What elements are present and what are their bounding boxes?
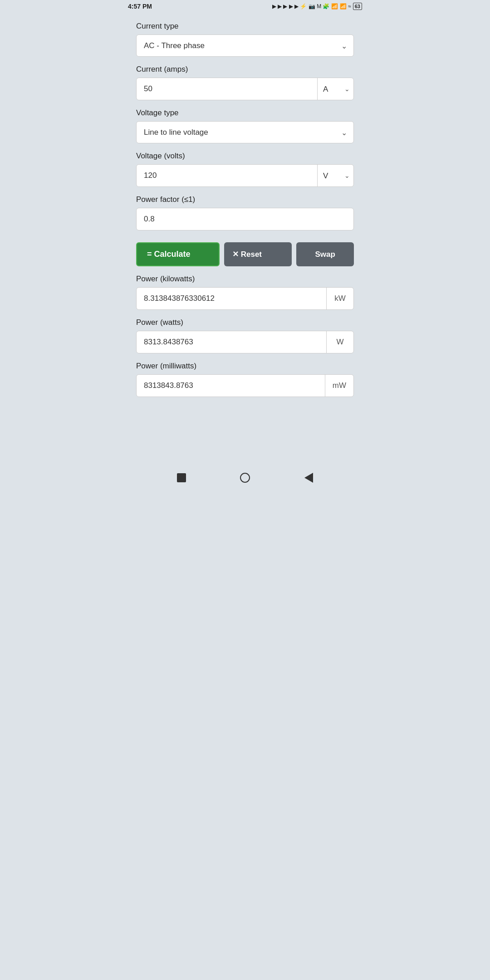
nav-square-icon xyxy=(177,473,186,482)
power-factor-input-wrapper xyxy=(136,208,354,230)
power-kw-label: Power (kilowatts) xyxy=(136,274,354,284)
current-type-select[interactable]: AC - Three phase AC - Single phase DC xyxy=(137,35,353,56)
current-type-group: Current type AC - Three phase AC - Singl… xyxy=(136,22,354,57)
power-mw-value: 8313843.8763 xyxy=(137,375,325,397)
voltage-type-select[interactable]: Line to line voltage Line to neutral vol… xyxy=(137,122,353,143)
nav-circle-icon xyxy=(240,473,250,483)
power-mw-result-row: 8313843.8763 mW xyxy=(136,374,354,397)
current-amps-label: Current (amps) xyxy=(136,65,354,74)
swap-button[interactable]: Swap xyxy=(296,242,354,266)
power-mw-label: Power (milliwatts) xyxy=(136,362,354,371)
power-kw-group: Power (kilowatts) 8.313843876330612 kW xyxy=(136,274,354,310)
voltage-volts-unit-select[interactable]: V mV kV xyxy=(318,165,353,186)
button-row: = Calculate ✕ Reset Swap xyxy=(136,242,354,266)
nav-bar xyxy=(122,466,368,490)
current-type-select-wrapper: AC - Three phase AC - Single phase DC ⌄ xyxy=(136,34,354,57)
status-bar: 4:57 PM ▶ ▶ ▶ ▶ ▶ ⚡ 📷 M 🧩 📶 📶 ≈ 63 xyxy=(122,0,368,13)
voltage-volts-group: Voltage (volts) V mV kV ⌄ xyxy=(136,152,354,187)
voltage-volts-input[interactable] xyxy=(137,165,317,186)
main-content: Current type AC - Three phase AC - Singl… xyxy=(122,13,368,466)
power-kw-result-row: 8.313843876330612 kW xyxy=(136,287,354,310)
nav-back-button[interactable] xyxy=(299,469,318,487)
reset-button[interactable]: ✕ Reset xyxy=(224,242,292,266)
current-amps-group: Current (amps) A mA kA ⌄ xyxy=(136,65,354,100)
voltage-volts-label: Voltage (volts) xyxy=(136,152,354,161)
current-amps-unit-wrapper: A mA kA ⌄ xyxy=(317,78,353,100)
nav-home-button[interactable] xyxy=(236,469,254,487)
power-w-unit: W xyxy=(326,331,353,353)
power-w-label: Power (watts) xyxy=(136,318,354,327)
power-w-value: 8313.8438763 xyxy=(137,331,326,353)
nav-square-button[interactable] xyxy=(172,469,191,487)
power-kw-value: 8.313843876330612 xyxy=(137,288,326,309)
nav-triangle-icon xyxy=(304,473,313,483)
power-mw-group: Power (milliwatts) 8313843.8763 mW xyxy=(136,362,354,397)
status-right: ▶ ▶ ▶ ▶ ▶ ⚡ 📷 M 🧩 📶 📶 ≈ 63 xyxy=(272,3,362,10)
signal-icons: 📶 📶 ≈ xyxy=(331,3,351,10)
power-w-group: Power (watts) 8313.8438763 W xyxy=(136,318,354,353)
voltage-type-select-wrapper: Line to line voltage Line to neutral vol… xyxy=(136,121,354,143)
voltage-volts-input-row: V mV kV ⌄ xyxy=(136,164,354,187)
power-factor-label: Power factor (≤1) xyxy=(136,195,354,204)
power-mw-unit: mW xyxy=(325,375,353,397)
current-type-label: Current type xyxy=(136,22,354,31)
power-factor-input[interactable] xyxy=(137,208,353,230)
current-amps-input-row: A mA kA ⌄ xyxy=(136,78,354,100)
media-icons: ▶ ▶ ▶ ▶ ▶ ⚡ 📷 M 🧩 xyxy=(272,3,330,10)
status-time: 4:57 PM xyxy=(128,3,152,10)
current-amps-input[interactable] xyxy=(137,78,317,100)
voltage-volts-unit-wrapper: V mV kV ⌄ xyxy=(317,165,353,186)
battery-indicator: 63 xyxy=(353,3,362,10)
voltage-type-group: Voltage type Line to line voltage Line t… xyxy=(136,108,354,143)
voltage-type-label: Voltage type xyxy=(136,108,354,118)
power-kw-unit: kW xyxy=(326,288,353,309)
power-factor-group: Power factor (≤1) xyxy=(136,195,354,230)
current-amps-unit-select[interactable]: A mA kA xyxy=(318,78,353,100)
calculate-button[interactable]: = Calculate xyxy=(136,242,220,266)
power-w-result-row: 8313.8438763 W xyxy=(136,331,354,353)
